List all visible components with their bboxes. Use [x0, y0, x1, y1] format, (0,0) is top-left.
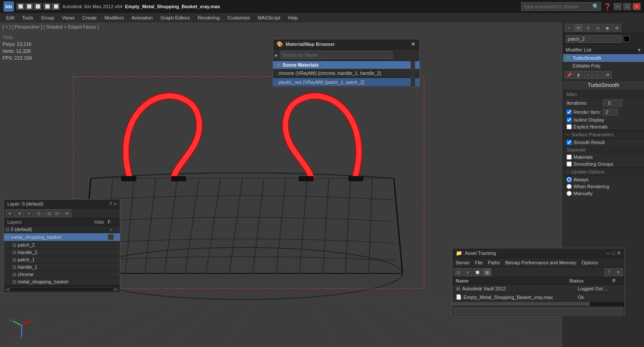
- ts-iterations-input[interactable]: [603, 100, 622, 106]
- ts-when-rendering-radio[interactable]: [567, 184, 572, 189]
- layer-close-btn[interactable]: ×: [114, 201, 116, 206]
- surface-params-arrow[interactable]: ─: [567, 132, 570, 137]
- layer-tool-7[interactable]: ⟳: [63, 209, 71, 217]
- ts-smooth-result-checkbox[interactable]: [567, 140, 572, 145]
- mat-entry-chrome[interactable]: chrome (VRayMtl) [chrome, handle_1, hand…: [273, 69, 419, 78]
- layer-tool-6[interactable]: ⊡↑: [53, 209, 62, 217]
- layer-row-patch1[interactable]: ⊡ patch_1 ···: [4, 256, 120, 263]
- update-options-arrow[interactable]: ─: [567, 170, 570, 174]
- modifier-list-arrow[interactable]: ▼: [637, 48, 641, 52]
- motion-tab[interactable]: ◷: [593, 24, 602, 32]
- layer-scroll-left[interactable]: ◁: [6, 287, 9, 292]
- layer-tool-1[interactable]: ≡: [6, 209, 14, 217]
- hierarchy-tab[interactable]: ⊡: [584, 24, 592, 32]
- win-max-btn[interactable]: ⬜: [34, 3, 42, 10]
- layer-row-metal-basket[interactable]: ⊡ metal_shopping_basket ···: [4, 233, 120, 241]
- win-close[interactable]: ✕: [633, 3, 641, 10]
- layer-row-chrome[interactable]: ⊡ chrome ···: [4, 271, 120, 278]
- ts-render-iters-input[interactable]: [603, 109, 618, 116]
- layer-row-handle1[interactable]: ⊡ handle_1 ···: [4, 263, 120, 271]
- asset-tracking-maximize[interactable]: □: [612, 250, 615, 256]
- menu-edit[interactable]: Edit: [3, 14, 18, 21]
- asset-scroll-inner[interactable]: [452, 302, 590, 306]
- asset-tool-2[interactable]: ≡: [464, 268, 472, 276]
- layer-tool-select-by-layer[interactable]: ⊡: [34, 209, 43, 217]
- menu-rendering[interactable]: Rendering: [194, 14, 223, 21]
- menu-group[interactable]: Group: [38, 14, 58, 21]
- ts-materials-checkbox[interactable]: [567, 154, 572, 160]
- ts-render-iters-checkbox[interactable]: [567, 109, 572, 115]
- mat-browser-close-btn[interactable]: ✕: [410, 42, 416, 47]
- asset-menu-file[interactable]: File: [474, 259, 483, 266]
- modifier-turbosmouth[interactable]: TurboSmooth: [563, 54, 644, 62]
- asset-tool-grid[interactable]: ▦: [483, 268, 491, 276]
- asset-menu-bitmap[interactable]: Bitmap Performance and Memory: [504, 259, 577, 266]
- asset-tracking-title-text: Asset Tracking: [465, 251, 496, 256]
- menu-customize[interactable]: Customize: [224, 14, 254, 21]
- layer-help-btn[interactable]: ?: [109, 201, 112, 206]
- move-up-btn[interactable]: ↑: [584, 71, 592, 79]
- copy-btn[interactable]: ⧉: [603, 71, 612, 79]
- asset-menu-paths[interactable]: Paths: [487, 259, 501, 266]
- menu-views[interactable]: Views: [58, 14, 78, 21]
- win-restore-btn[interactable]: ⬜: [16, 3, 24, 10]
- win-close-btn[interactable]: ⬜: [43, 3, 51, 10]
- layer-metal-name: metal_shopping_basket: [11, 235, 108, 240]
- pin-stack-btn[interactable]: 📌: [565, 71, 573, 79]
- asset-row-vault[interactable]: 🏛 Autodesk Vault 2012 Logged Out ...: [452, 285, 625, 293]
- layer-row-metal-basket-2[interactable]: ⊡ metal_shopping_basket ···: [4, 278, 120, 286]
- utilities-tab[interactable]: ⚙: [612, 24, 621, 32]
- win-minimize[interactable]: ─: [614, 3, 621, 10]
- ts-manually-radio[interactable]: [567, 191, 572, 196]
- menu-graph-editors[interactable]: Graph Editors: [157, 14, 193, 21]
- ts-always-radio[interactable]: [567, 177, 572, 182]
- layer-scrollbar[interactable]: ◁ ▷: [4, 286, 120, 292]
- layer-scroll-track[interactable]: [10, 288, 114, 291]
- modifier-editable-poly[interactable]: Editable Poly: [563, 62, 644, 70]
- object-color-swatch[interactable]: [624, 36, 630, 42]
- modify-tab[interactable]: ✏: [574, 24, 583, 32]
- layer-row-handle2[interactable]: ⊡ handle_2 ···: [4, 249, 120, 256]
- layer-row-0-default[interactable]: ⊡ 0 (default) ✓ ···: [4, 226, 120, 233]
- create-tab[interactable]: +: [565, 24, 573, 32]
- layer-tool-add[interactable]: +: [25, 209, 33, 217]
- asset-tool-help[interactable]: ?: [605, 268, 613, 276]
- menu-modifiers[interactable]: Modifiers: [101, 14, 127, 21]
- win-maximize[interactable]: □: [623, 3, 631, 10]
- asset-tool-3[interactable]: 🔲: [473, 268, 482, 276]
- mat-scrollbar[interactable]: [411, 61, 415, 87]
- asset-tool-refresh[interactable]: ⟳: [614, 268, 623, 276]
- help-icon[interactable]: ❓: [604, 3, 611, 10]
- mat-entry-plastic-red[interactable]: plastic_red (VRayMtl) [patch_1, patch_2]: [273, 78, 419, 87]
- object-name-input[interactable]: [566, 35, 622, 43]
- win-min-btn[interactable]: ⬜: [25, 3, 33, 10]
- layer-metal-dots: ···: [115, 235, 118, 240]
- ts-explicit-normals-checkbox[interactable]: [567, 124, 572, 129]
- asset-menu-server[interactable]: Server: [455, 259, 470, 266]
- title-search-box[interactable]: 🔍: [521, 2, 601, 11]
- ts-isoline-checkbox[interactable]: [567, 117, 572, 122]
- asset-text-input[interactable]: [454, 308, 623, 315]
- layer-scroll-right[interactable]: ▷: [115, 287, 118, 292]
- menu-help[interactable]: Help: [285, 14, 302, 21]
- menu-animation[interactable]: Animation: [128, 14, 156, 21]
- layer-tool-5[interactable]: ↑⊡: [44, 209, 52, 217]
- display-tab[interactable]: ◉: [603, 24, 612, 32]
- ts-smoothing-groups-checkbox[interactable]: [567, 161, 572, 167]
- menu-maxscript[interactable]: MAXScript: [254, 14, 284, 21]
- delete-modifier-btn[interactable]: 🗑: [574, 71, 583, 79]
- mat-search-input[interactable]: [280, 51, 393, 59]
- asset-tracking-minimize[interactable]: ─: [606, 250, 610, 256]
- layer-row-patch2[interactable]: ⊡ patch_2 ···: [4, 241, 120, 249]
- asset-tracking-close[interactable]: ✕: [617, 250, 621, 256]
- asset-scrollbar[interactable]: [452, 302, 625, 306]
- asset-row-file[interactable]: 📄 Empty_Metal_Shopping_Basket_vray.max O…: [452, 293, 625, 302]
- layer-tool-delete[interactable]: ✕: [15, 209, 24, 217]
- move-down-btn[interactable]: ↓: [593, 71, 602, 79]
- menu-tools[interactable]: Tools: [19, 14, 37, 21]
- menu-create[interactable]: Create: [79, 14, 100, 21]
- asset-menu-options[interactable]: Options: [581, 259, 599, 266]
- asset-tool-1[interactable]: ⊡: [454, 268, 463, 276]
- title-search-input[interactable]: [523, 4, 592, 9]
- win-extra-btn[interactable]: ⬜: [52, 3, 60, 10]
